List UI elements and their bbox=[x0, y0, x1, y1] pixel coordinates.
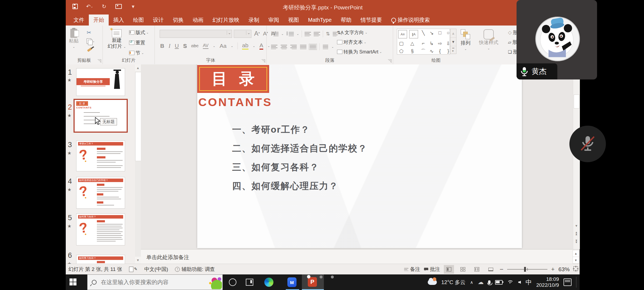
bold-button[interactable]: B bbox=[160, 43, 164, 49]
clipboard-dialog-launcher[interactable] bbox=[98, 59, 101, 63]
convert-smartart-button[interactable]: 转换为 SmartArt⌄ bbox=[337, 49, 382, 55]
task-view-icon[interactable] bbox=[245, 278, 254, 287]
ime-indicator[interactable]: 中 bbox=[525, 278, 532, 287]
weather-icon[interactable] bbox=[428, 280, 437, 285]
new-slide-button[interactable]: 新建 幻灯片 ⌄ bbox=[108, 29, 126, 50]
action-center-icon[interactable] bbox=[564, 278, 572, 286]
tell-me-search[interactable]: 操作说明搜索 bbox=[387, 15, 434, 26]
thumbnail-slide-1[interactable]: 考研经验分享 bbox=[76, 68, 125, 96]
tab-help[interactable]: 帮助 bbox=[336, 15, 356, 26]
section-button[interactable]: 节⌄ bbox=[129, 50, 144, 56]
character-spacing-button[interactable]: AV bbox=[203, 43, 208, 49]
cortana-icon[interactable] bbox=[228, 278, 237, 287]
zoom-out-button[interactable]: − bbox=[500, 266, 503, 273]
text-direction-button[interactable]: ⇅A文字方向⌄ bbox=[337, 29, 367, 36]
zoom-in-button[interactable]: + bbox=[551, 266, 555, 273]
zoom-level[interactable]: 63% bbox=[558, 266, 570, 273]
thumbnail-slide-4[interactable]: 如何选择适合自己的学校？ ? bbox=[76, 177, 125, 208]
previous-slide-icon[interactable]: ▲▲ bbox=[573, 230, 579, 237]
line-spacing-icon[interactable] bbox=[333, 32, 338, 36]
zoom-slider[interactable] bbox=[507, 269, 547, 270]
tab-record[interactable]: 录制 bbox=[244, 15, 264, 26]
notes-scroll-down-icon[interactable]: ▼ bbox=[573, 257, 579, 264]
text-shadow-button[interactable]: S bbox=[183, 43, 187, 49]
shape-textbox-icon[interactable]: A≡ bbox=[398, 30, 407, 38]
tab-home[interactable]: 开始 bbox=[89, 15, 109, 26]
scroll-thumb[interactable] bbox=[574, 95, 580, 108]
columns-icon[interactable] bbox=[323, 45, 328, 49]
notes-scroll-up-icon[interactable]: ▲ bbox=[573, 250, 579, 257]
thumbnail-scrollbar[interactable]: ▲ ▼ bbox=[135, 64, 141, 264]
shape-elbow-arrow-icon[interactable]: ↳ bbox=[427, 39, 436, 47]
voov-meeting-icon[interactable]: ᴍ bbox=[287, 278, 297, 287]
font-size-combo[interactable] bbox=[234, 30, 251, 38]
wifi-icon[interactable] bbox=[507, 280, 514, 285]
accessibility-status[interactable]: ᛉ 辅助功能: 调查 bbox=[175, 266, 215, 273]
bullets-icon[interactable] bbox=[271, 32, 279, 36]
zoom-slider-thumb[interactable] bbox=[524, 267, 526, 272]
tray-microphone-icon[interactable] bbox=[488, 280, 491, 284]
shapes-gallery[interactable]: A≡ ∥A ╲ ↘ □ ○ ▢ △ ⌐ ↳ ⇨ ⇩ ⬠ § ⌒ ∿ { } bbox=[397, 29, 450, 55]
thumb-scroll-down-icon[interactable]: ▼ bbox=[135, 257, 141, 264]
shape-vertical-textbox-icon[interactable]: ∥A bbox=[409, 30, 418, 38]
shape-rectangle-icon[interactable]: □ bbox=[436, 29, 444, 37]
spellcheck-icon[interactable]: ✎ bbox=[129, 267, 137, 272]
volume-icon[interactable] bbox=[518, 281, 521, 284]
next-slide-icon[interactable]: ▼▼ bbox=[573, 238, 579, 245]
decrease-indent-icon[interactable] bbox=[305, 32, 311, 36]
show-desktop-strip[interactable] bbox=[576, 277, 576, 288]
normal-view-button[interactable] bbox=[444, 265, 454, 274]
tab-review[interactable]: 审阅 bbox=[264, 15, 284, 26]
paste-button[interactable]: 粘贴⌄ bbox=[69, 29, 79, 50]
shape-triangle-icon[interactable]: △ bbox=[408, 39, 416, 47]
toc-item-2[interactable]: 二、如何选择适合自己的学校？ bbox=[232, 142, 367, 155]
notes-toggle[interactable]: 备注 bbox=[404, 266, 420, 273]
align-text-button[interactable]: 对齐文本⌄ bbox=[337, 39, 366, 45]
layout-button[interactable]: 版式⌄ bbox=[129, 29, 149, 36]
tab-design[interactable]: 设计 bbox=[148, 15, 168, 26]
shape-arrow-icon[interactable]: ↘ bbox=[427, 29, 436, 37]
shape-arc-icon[interactable]: ⌒ bbox=[419, 47, 427, 55]
search-highlights-icon[interactable] bbox=[205, 276, 222, 289]
thumb-scroll-thumb[interactable] bbox=[135, 72, 141, 161]
change-case-button[interactable]: Aa bbox=[219, 43, 226, 49]
weather-label[interactable]: 12°C 多云 bbox=[441, 279, 466, 286]
thumbnail-slide-6[interactable]: 如何复习各科？ bbox=[76, 255, 125, 264]
toc-heading-box[interactable]: 目 录 bbox=[197, 65, 269, 93]
shape-elbow-connector-icon[interactable]: ⌐ bbox=[419, 39, 427, 47]
numbering-icon[interactable] bbox=[286, 32, 294, 36]
tab-transitions[interactable]: 切换 bbox=[168, 15, 188, 26]
shape-scribble-icon[interactable]: § bbox=[408, 47, 416, 55]
font-name-combo[interactable] bbox=[160, 30, 232, 38]
tab-animations[interactable]: 动画 bbox=[188, 15, 208, 26]
thumbnail-slide-2-selected[interactable]: 目 录 CONTANTS bbox=[75, 100, 127, 132]
toc-subheading[interactable]: CONTANTS bbox=[198, 96, 272, 109]
scroll-down-icon[interactable]: ▼ bbox=[573, 222, 579, 229]
copy-button[interactable]: ⌄ bbox=[87, 38, 95, 44]
slideshow-view-button[interactable] bbox=[486, 265, 496, 274]
increase-font-button[interactable]: A▴ bbox=[254, 30, 260, 37]
thumb-scroll-up-icon[interactable]: ▲ bbox=[135, 64, 141, 71]
font-color-button[interactable]: A bbox=[259, 42, 263, 50]
slide-sorter-view-button[interactable] bbox=[458, 265, 468, 274]
tab-mathtype[interactable]: MathType bbox=[303, 15, 336, 26]
thumbnail-slide-5[interactable]: 如何复习各科？ ? bbox=[76, 214, 125, 245]
cut-button[interactable]: ✂ bbox=[87, 29, 91, 36]
strikethrough-button[interactable]: abc bbox=[191, 43, 198, 49]
toc-item-1[interactable]: 一、考研or工作？ bbox=[232, 124, 310, 136]
shape-freeform-icon[interactable]: ⬠ bbox=[397, 47, 405, 55]
quick-styles-button[interactable]: 快速样式⌄ bbox=[479, 29, 498, 51]
tray-expand-icon[interactable]: ∧ bbox=[470, 280, 473, 285]
tab-slideshow[interactable]: 幻灯片放映 bbox=[208, 15, 244, 26]
underline-button[interactable]: U bbox=[175, 43, 179, 49]
battery-icon[interactable] bbox=[495, 280, 503, 285]
tab-view[interactable]: 视图 bbox=[284, 15, 303, 26]
shape-line-icon[interactable]: ╲ bbox=[419, 29, 427, 37]
tab-insert[interactable]: 插入 bbox=[109, 15, 129, 26]
fit-to-window-button[interactable] bbox=[573, 266, 578, 272]
toc-item-3[interactable]: 三、如何复习各科？ bbox=[232, 161, 319, 173]
shape-rounded-rectangle-icon[interactable]: ▢ bbox=[397, 39, 405, 47]
microphone-muted-button[interactable] bbox=[569, 126, 606, 162]
shape-right-arrow-icon[interactable]: ⇨ bbox=[436, 39, 444, 47]
tab-draw[interactable]: 绘图 bbox=[129, 15, 148, 26]
